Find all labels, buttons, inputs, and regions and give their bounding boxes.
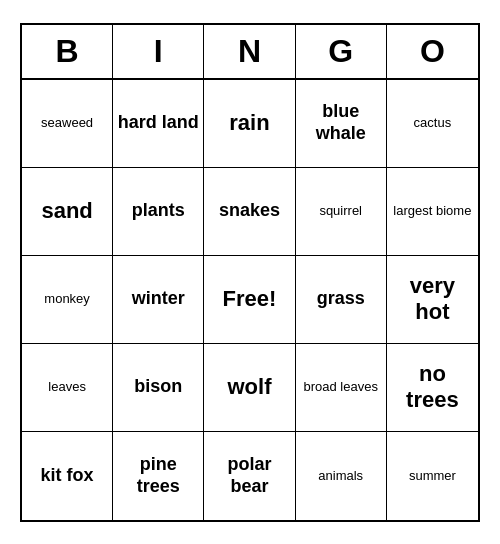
bingo-cell: sand bbox=[22, 168, 113, 256]
bingo-cell: broad leaves bbox=[296, 344, 387, 432]
bingo-cell: plants bbox=[113, 168, 204, 256]
bingo-cell: summer bbox=[387, 432, 478, 520]
bingo-cell: blue whale bbox=[296, 80, 387, 168]
bingo-cell: cactus bbox=[387, 80, 478, 168]
bingo-card: BINGO seaweedhard landrainblue whalecact… bbox=[20, 23, 480, 522]
bingo-header: BINGO bbox=[22, 25, 478, 80]
header-letter: N bbox=[204, 25, 295, 78]
bingo-cell: polar bear bbox=[204, 432, 295, 520]
bingo-cell: winter bbox=[113, 256, 204, 344]
header-letter: O bbox=[387, 25, 478, 78]
header-letter: B bbox=[22, 25, 113, 78]
header-letter: I bbox=[113, 25, 204, 78]
bingo-grid: seaweedhard landrainblue whalecactussand… bbox=[22, 80, 478, 520]
bingo-cell: monkey bbox=[22, 256, 113, 344]
bingo-cell: grass bbox=[296, 256, 387, 344]
bingo-cell: animals bbox=[296, 432, 387, 520]
bingo-cell: seaweed bbox=[22, 80, 113, 168]
bingo-cell: kit fox bbox=[22, 432, 113, 520]
header-letter: G bbox=[296, 25, 387, 78]
bingo-cell: no trees bbox=[387, 344, 478, 432]
bingo-cell: very hot bbox=[387, 256, 478, 344]
bingo-cell: hard land bbox=[113, 80, 204, 168]
bingo-cell: wolf bbox=[204, 344, 295, 432]
bingo-cell: pine trees bbox=[113, 432, 204, 520]
bingo-cell: rain bbox=[204, 80, 295, 168]
bingo-cell: largest biome bbox=[387, 168, 478, 256]
bingo-cell: leaves bbox=[22, 344, 113, 432]
bingo-cell: squirrel bbox=[296, 168, 387, 256]
bingo-cell: bison bbox=[113, 344, 204, 432]
bingo-cell: snakes bbox=[204, 168, 295, 256]
bingo-cell: Free! bbox=[204, 256, 295, 344]
